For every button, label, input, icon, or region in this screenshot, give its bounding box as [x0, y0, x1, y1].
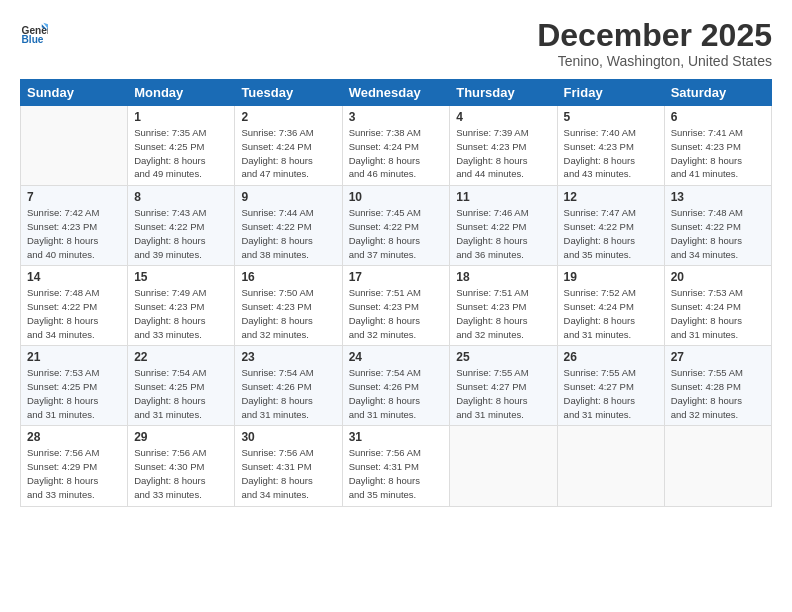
day-cell: 6Sunrise: 7:41 AM Sunset: 4:23 PM Daylig… — [664, 106, 771, 186]
day-info: Sunrise: 7:51 AM Sunset: 4:23 PM Dayligh… — [349, 286, 444, 341]
day-number: 3 — [349, 110, 444, 124]
day-number: 2 — [241, 110, 335, 124]
day-cell: 7Sunrise: 7:42 AM Sunset: 4:23 PM Daylig… — [21, 186, 128, 266]
day-info: Sunrise: 7:48 AM Sunset: 4:22 PM Dayligh… — [671, 206, 765, 261]
day-number: 16 — [241, 270, 335, 284]
day-cell: 9Sunrise: 7:44 AM Sunset: 4:22 PM Daylig… — [235, 186, 342, 266]
day-cell: 18Sunrise: 7:51 AM Sunset: 4:23 PM Dayli… — [450, 266, 557, 346]
header-row: SundayMondayTuesdayWednesdayThursdayFrid… — [21, 80, 772, 106]
day-cell — [557, 426, 664, 506]
day-info: Sunrise: 7:38 AM Sunset: 4:24 PM Dayligh… — [349, 126, 444, 181]
day-cell: 2Sunrise: 7:36 AM Sunset: 4:24 PM Daylig… — [235, 106, 342, 186]
day-cell: 12Sunrise: 7:47 AM Sunset: 4:22 PM Dayli… — [557, 186, 664, 266]
day-info: Sunrise: 7:41 AM Sunset: 4:23 PM Dayligh… — [671, 126, 765, 181]
day-info: Sunrise: 7:51 AM Sunset: 4:23 PM Dayligh… — [456, 286, 550, 341]
day-info: Sunrise: 7:56 AM Sunset: 4:31 PM Dayligh… — [241, 446, 335, 501]
week-row: 14Sunrise: 7:48 AM Sunset: 4:22 PM Dayli… — [21, 266, 772, 346]
day-number: 11 — [456, 190, 550, 204]
day-cell: 23Sunrise: 7:54 AM Sunset: 4:26 PM Dayli… — [235, 346, 342, 426]
day-number: 15 — [134, 270, 228, 284]
day-number: 21 — [27, 350, 121, 364]
day-cell — [664, 426, 771, 506]
day-cell: 26Sunrise: 7:55 AM Sunset: 4:27 PM Dayli… — [557, 346, 664, 426]
day-cell: 14Sunrise: 7:48 AM Sunset: 4:22 PM Dayli… — [21, 266, 128, 346]
day-number: 7 — [27, 190, 121, 204]
week-row: 28Sunrise: 7:56 AM Sunset: 4:29 PM Dayli… — [21, 426, 772, 506]
header: General Blue December 2025 Tenino, Washi… — [20, 18, 772, 69]
day-number: 26 — [564, 350, 658, 364]
day-number: 20 — [671, 270, 765, 284]
day-cell: 27Sunrise: 7:55 AM Sunset: 4:28 PM Dayli… — [664, 346, 771, 426]
weekday-header: Thursday — [450, 80, 557, 106]
day-cell: 4Sunrise: 7:39 AM Sunset: 4:23 PM Daylig… — [450, 106, 557, 186]
day-cell: 13Sunrise: 7:48 AM Sunset: 4:22 PM Dayli… — [664, 186, 771, 266]
day-cell: 15Sunrise: 7:49 AM Sunset: 4:23 PM Dayli… — [128, 266, 235, 346]
day-cell: 16Sunrise: 7:50 AM Sunset: 4:23 PM Dayli… — [235, 266, 342, 346]
week-row: 7Sunrise: 7:42 AM Sunset: 4:23 PM Daylig… — [21, 186, 772, 266]
day-info: Sunrise: 7:43 AM Sunset: 4:22 PM Dayligh… — [134, 206, 228, 261]
weekday-header: Friday — [557, 80, 664, 106]
day-number: 14 — [27, 270, 121, 284]
week-row: 1Sunrise: 7:35 AM Sunset: 4:25 PM Daylig… — [21, 106, 772, 186]
day-cell — [21, 106, 128, 186]
day-number: 13 — [671, 190, 765, 204]
day-cell: 31Sunrise: 7:56 AM Sunset: 4:31 PM Dayli… — [342, 426, 450, 506]
day-info: Sunrise: 7:36 AM Sunset: 4:24 PM Dayligh… — [241, 126, 335, 181]
day-number: 23 — [241, 350, 335, 364]
day-number: 1 — [134, 110, 228, 124]
svg-text:Blue: Blue — [22, 34, 44, 45]
day-info: Sunrise: 7:55 AM Sunset: 4:27 PM Dayligh… — [456, 366, 550, 421]
day-cell: 28Sunrise: 7:56 AM Sunset: 4:29 PM Dayli… — [21, 426, 128, 506]
day-number: 27 — [671, 350, 765, 364]
day-number: 22 — [134, 350, 228, 364]
day-cell: 24Sunrise: 7:54 AM Sunset: 4:26 PM Dayli… — [342, 346, 450, 426]
day-number: 10 — [349, 190, 444, 204]
day-cell: 20Sunrise: 7:53 AM Sunset: 4:24 PM Dayli… — [664, 266, 771, 346]
week-row: 21Sunrise: 7:53 AM Sunset: 4:25 PM Dayli… — [21, 346, 772, 426]
day-info: Sunrise: 7:46 AM Sunset: 4:22 PM Dayligh… — [456, 206, 550, 261]
day-number: 24 — [349, 350, 444, 364]
day-cell: 3Sunrise: 7:38 AM Sunset: 4:24 PM Daylig… — [342, 106, 450, 186]
day-number: 28 — [27, 430, 121, 444]
day-number: 8 — [134, 190, 228, 204]
weekday-header: Tuesday — [235, 80, 342, 106]
day-info: Sunrise: 7:56 AM Sunset: 4:31 PM Dayligh… — [349, 446, 444, 501]
day-number: 19 — [564, 270, 658, 284]
day-cell: 22Sunrise: 7:54 AM Sunset: 4:25 PM Dayli… — [128, 346, 235, 426]
day-number: 9 — [241, 190, 335, 204]
day-cell: 21Sunrise: 7:53 AM Sunset: 4:25 PM Dayli… — [21, 346, 128, 426]
day-info: Sunrise: 7:39 AM Sunset: 4:23 PM Dayligh… — [456, 126, 550, 181]
weekday-header: Monday — [128, 80, 235, 106]
day-number: 4 — [456, 110, 550, 124]
page: General Blue December 2025 Tenino, Washi… — [0, 0, 792, 612]
day-info: Sunrise: 7:42 AM Sunset: 4:23 PM Dayligh… — [27, 206, 121, 261]
title-area: December 2025 Tenino, Washington, United… — [537, 18, 772, 69]
day-number: 12 — [564, 190, 658, 204]
day-number: 31 — [349, 430, 444, 444]
day-info: Sunrise: 7:54 AM Sunset: 4:26 PM Dayligh… — [241, 366, 335, 421]
day-info: Sunrise: 7:49 AM Sunset: 4:23 PM Dayligh… — [134, 286, 228, 341]
month-title: December 2025 — [537, 18, 772, 53]
day-cell: 10Sunrise: 7:45 AM Sunset: 4:22 PM Dayli… — [342, 186, 450, 266]
weekday-header: Wednesday — [342, 80, 450, 106]
day-number: 6 — [671, 110, 765, 124]
day-number: 5 — [564, 110, 658, 124]
day-cell: 29Sunrise: 7:56 AM Sunset: 4:30 PM Dayli… — [128, 426, 235, 506]
day-info: Sunrise: 7:48 AM Sunset: 4:22 PM Dayligh… — [27, 286, 121, 341]
day-info: Sunrise: 7:35 AM Sunset: 4:25 PM Dayligh… — [134, 126, 228, 181]
day-cell — [450, 426, 557, 506]
day-info: Sunrise: 7:47 AM Sunset: 4:22 PM Dayligh… — [564, 206, 658, 261]
day-info: Sunrise: 7:53 AM Sunset: 4:24 PM Dayligh… — [671, 286, 765, 341]
day-info: Sunrise: 7:54 AM Sunset: 4:26 PM Dayligh… — [349, 366, 444, 421]
day-info: Sunrise: 7:55 AM Sunset: 4:27 PM Dayligh… — [564, 366, 658, 421]
day-info: Sunrise: 7:56 AM Sunset: 4:30 PM Dayligh… — [134, 446, 228, 501]
day-cell: 30Sunrise: 7:56 AM Sunset: 4:31 PM Dayli… — [235, 426, 342, 506]
weekday-header: Sunday — [21, 80, 128, 106]
calendar-table: SundayMondayTuesdayWednesdayThursdayFrid… — [20, 79, 772, 506]
day-cell: 11Sunrise: 7:46 AM Sunset: 4:22 PM Dayli… — [450, 186, 557, 266]
day-number: 17 — [349, 270, 444, 284]
logo: General Blue — [20, 18, 48, 46]
day-info: Sunrise: 7:54 AM Sunset: 4:25 PM Dayligh… — [134, 366, 228, 421]
day-number: 29 — [134, 430, 228, 444]
weekday-header: Saturday — [664, 80, 771, 106]
